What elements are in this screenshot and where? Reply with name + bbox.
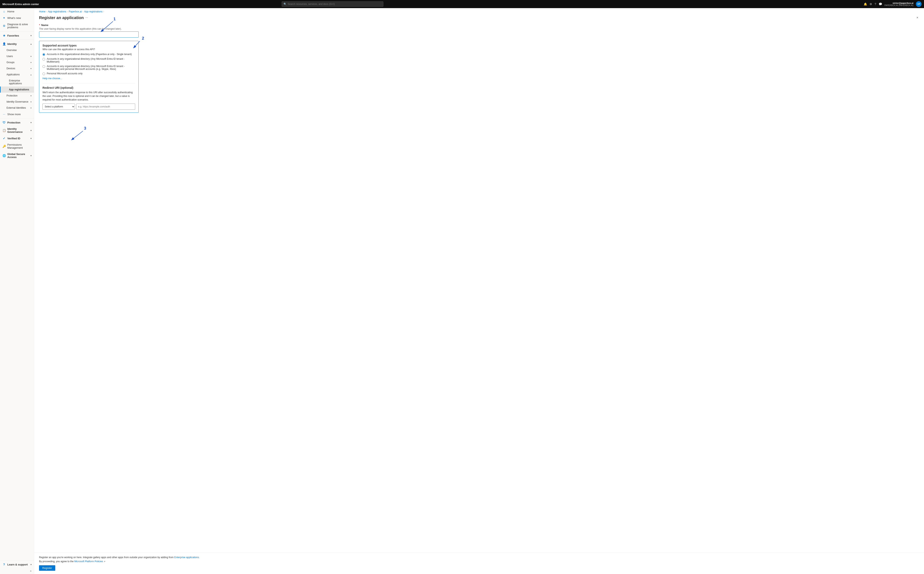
radio-option-multi-personal: Accounts in any organizational directory… — [43, 65, 135, 71]
sidebar-item-devices[interactable]: Devices ▾ — [0, 65, 34, 71]
footer-policy: By proceeding, you agree to the Microsof… — [39, 560, 919, 563]
sidebar-item-identity-governance[interactable]: Identity Governance ▾ — [0, 99, 34, 105]
sidebar-item-label: Users — [6, 55, 13, 58]
breadcrumb-separator: › — [46, 10, 47, 13]
help-me-choose-link[interactable]: Help me choose... — [43, 77, 62, 80]
register-button[interactable]: Register — [39, 565, 55, 571]
identity-icon: 👤 — [2, 42, 6, 46]
chevron-down-icon: ▾ — [30, 563, 32, 566]
account-types-title: Supported account types — [43, 44, 135, 47]
user-avatar[interactable]: VP — [916, 1, 922, 7]
radio-option-multi: Accounts in any organizational directory… — [43, 57, 135, 63]
sidebar-item-label: Diagnose & solve problems — [7, 23, 32, 29]
settings-icon[interactable]: ⚙ — [870, 2, 872, 6]
sidebar-item-whats-new[interactable]: ✦ What's new — [0, 15, 34, 21]
sidebar-section-identity-governance[interactable]: 📋 Identity Governance ▾ — [0, 126, 34, 135]
diagnose-icon: ⚙ — [2, 24, 6, 27]
sidebar: ⌂ Home ✦ What's new ⚙ Diagnose & solve p… — [0, 8, 34, 574]
topbar: Microsoft Entra admin center 🔍 🔔 ⚙ ? 💬 v… — [0, 0, 924, 8]
sidebar-item-label: Protection — [6, 94, 17, 97]
chevron-down-icon: ▾ — [30, 101, 32, 103]
sidebar-item-label: Groups — [6, 61, 14, 64]
divider — [0, 118, 34, 118]
learn-icon: ? — [2, 563, 6, 566]
sidebar-section-favorites[interactable]: ★ Favorites ▾ — [0, 32, 34, 39]
sidebar-item-groups[interactable]: Groups ▾ — [0, 59, 34, 65]
identity-governance-icon: 📋 — [2, 129, 6, 132]
sidebar-item-label: Overview — [6, 49, 17, 52]
sidebar-item-show-more[interactable]: ··· Show more — [0, 111, 34, 117]
more-options-button[interactable]: ··· — [85, 16, 88, 19]
home-icon: ⌂ — [2, 10, 6, 13]
enterprise-applications-link[interactable]: Enterprise applications. — [174, 556, 200, 559]
sidebar-item-users[interactable]: Users ▾ — [0, 53, 34, 59]
sidebar-item-app-registrations[interactable]: App registrations — [0, 87, 34, 93]
search-bar[interactable]: 🔍 — [282, 2, 383, 7]
sidebar-item-protection[interactable]: Protection ▾ — [0, 93, 34, 99]
breadcrumb-app-registrations[interactable]: App registrations — [48, 10, 66, 13]
notification-icon[interactable]: 🔔 — [864, 2, 867, 6]
protection-icon: 🛡 — [2, 121, 6, 124]
radio-single-tenant-label[interactable]: Accounts in this organizational director… — [47, 53, 132, 56]
page-footer: Register an app you're working on here. … — [34, 552, 924, 574]
redirect-uri-hint: We'll return the authentication response… — [43, 91, 135, 102]
redirect-uri-input[interactable] — [76, 104, 135, 110]
radio-multi-personal-label[interactable]: Accounts in any organizational directory… — [47, 65, 135, 71]
page-header: Register an application ··· × — [34, 14, 924, 24]
sidebar-item-label: Devices — [6, 67, 15, 70]
external-link-icon: ↗ — [104, 560, 105, 563]
close-button[interactable]: × — [916, 15, 919, 20]
chevron-down-icon: ▾ — [30, 62, 32, 63]
app-name-input[interactable] — [39, 32, 139, 38]
chevron-up-icon: ▴ — [30, 74, 32, 76]
sidebar-item-label: Verified ID — [7, 137, 21, 140]
sidebar-section-learn-support[interactable]: ? Learn & support ▾ — [0, 561, 34, 568]
sidebar-item-label: Protection — [7, 121, 21, 124]
breadcrumb-home[interactable]: Home — [39, 10, 46, 13]
sidebar-item-enterprise-apps[interactable]: Enterprise applications — [0, 77, 34, 87]
breadcrumb-app-registrations-2[interactable]: App registrations — [84, 10, 103, 13]
chevron-up-icon: ▴ — [30, 43, 32, 45]
sidebar-item-external-identities[interactable]: External Identities ▾ — [0, 105, 34, 111]
sidebar-item-diagnose[interactable]: ⚙ Diagnose & solve problems — [0, 21, 34, 30]
sidebar-item-home[interactable]: ⌂ Home — [0, 8, 34, 15]
search-input[interactable] — [288, 3, 382, 5]
divider — [0, 31, 34, 32]
feedback-icon[interactable]: 💬 — [879, 2, 882, 6]
user-org: PAPERBOX.AI (PAPERBOX.AI) — [885, 4, 913, 6]
radio-multitenant-label[interactable]: Accounts in any organizational directory… — [47, 57, 135, 63]
content-wrapper: Home › App registrations › Paperbox.ai ›… — [34, 8, 924, 574]
sidebar-item-label: External Identities — [6, 106, 26, 109]
register-form: * Name The user-facing display name for … — [34, 24, 180, 552]
radio-personal-label[interactable]: Personal Microsoft accounts only — [47, 72, 82, 75]
chevron-down-icon: ▾ — [30, 95, 32, 97]
sidebar-section-global-secure[interactable]: 🌐 Global Secure Access ▾ — [0, 151, 34, 160]
chevron-down-icon: ▾ — [30, 107, 32, 109]
sidebar-item-permissions[interactable]: 🔑 Permissions Management — [0, 142, 34, 151]
radio-single-tenant[interactable] — [43, 53, 45, 56]
chevron-down-icon: ▾ — [30, 155, 32, 157]
breadcrumb: Home › App registrations › Paperbox.ai ›… — [34, 8, 924, 14]
chevron-down-icon: ▾ — [30, 55, 32, 57]
radio-multitenant[interactable] — [43, 58, 45, 60]
sidebar-item-label: Favorites — [7, 34, 19, 37]
radio-personal[interactable] — [43, 73, 45, 75]
chevron-down-icon: ▾ — [30, 137, 32, 140]
sidebar-item-applications[interactable]: Applications ▴ — [0, 71, 34, 77]
name-field-group: * Name The user-facing display name for … — [39, 24, 175, 38]
microsoft-platform-policies-link[interactable]: Microsoft Platform Policies — [74, 560, 103, 563]
help-icon[interactable]: ? — [875, 2, 876, 6]
search-icon: 🔍 — [284, 3, 287, 5]
platform-select[interactable]: Select a platform Web Single-page applic… — [43, 104, 75, 110]
sidebar-section-protection[interactable]: 🛡 Protection ▾ — [0, 119, 34, 126]
sidebar-section-verified-id[interactable]: ✓ Verified ID ▾ — [0, 135, 34, 142]
sidebar-item-overview[interactable]: Overview — [0, 47, 34, 53]
radio-option-single: Accounts in this organizational director… — [43, 53, 135, 56]
name-field-hint: The user-facing display name for this ap… — [39, 27, 175, 30]
sidebar-collapse-button[interactable]: « — [0, 568, 34, 574]
favorites-icon: ★ — [2, 34, 6, 37]
radio-option-personal: Personal Microsoft accounts only — [43, 72, 135, 75]
sidebar-section-identity[interactable]: 👤 Identity ▴ — [0, 41, 34, 47]
breadcrumb-paperbox[interactable]: Paperbox.ai — [69, 10, 82, 13]
radio-multi-personal[interactable] — [43, 65, 45, 68]
